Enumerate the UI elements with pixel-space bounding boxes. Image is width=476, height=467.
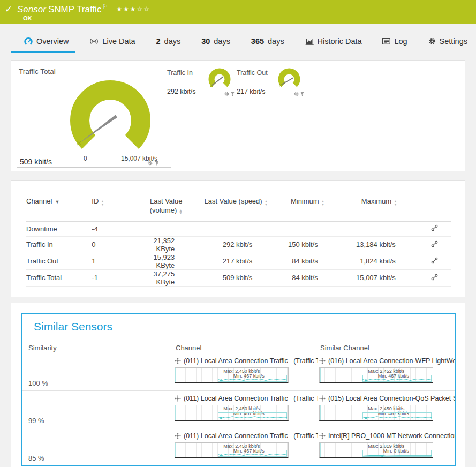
page-title: SNMP Traffic (48, 4, 102, 14)
gear-icon (428, 37, 436, 45)
gauge-settings-icon[interactable] (224, 92, 229, 96)
broadcast-icon (89, 38, 99, 44)
channel-link[interactable]: (011) Local Area Connection Traffic (Tra… (175, 432, 318, 440)
gauge-pin-icon[interactable] (231, 92, 235, 96)
sparkline (175, 405, 288, 420)
channel-mini-graph[interactable]: Max: 2,450 kbit/s Min: 467 kbit/s (175, 442, 289, 458)
similarity-value: 100 % (28, 379, 48, 387)
channel-link[interactable]: (011) Local Area Connection Traffic (Tra… (175, 357, 318, 365)
channel-move-icon (175, 433, 181, 439)
cell-id: 0 (92, 236, 135, 253)
table-row[interactable]: Traffic In 0 21,352 KByte 292 kbit/s 150… (26, 236, 451, 253)
similarity-value: 99 % (28, 417, 44, 425)
cell-max: 15,007 kbit/s (341, 269, 418, 286)
tab-log[interactable]: Log (382, 37, 407, 46)
cell-speed (197, 221, 275, 236)
divider (17, 167, 171, 168)
similar-channel-link[interactable]: (016) Local Area Connection-WFP LightWei… (319, 357, 455, 365)
main-gauge-label: Traffic Total (19, 67, 56, 76)
col-label: Minimum (291, 197, 319, 205)
tab-365-days[interactable]: 365 days (251, 37, 284, 46)
edit-channel-icon[interactable] (431, 224, 438, 231)
sort-desc-icon: ▼ (55, 199, 59, 205)
similar-channel-link[interactable]: Intel[R] PRO_1000 MT Network Connection … (319, 432, 455, 440)
sparkline (320, 405, 433, 420)
priority-stars[interactable]: ★★★☆☆ (116, 5, 150, 13)
channel-name: (011) Local Area Connection Traffic (Tra… (184, 395, 318, 402)
col-label: Last Value (150, 197, 182, 205)
similar-channel-mini-graph[interactable]: Max: 2,452 kbit/s Min: 467 kbit/s (319, 367, 433, 383)
channel-mini-graph[interactable]: Max: 2,450 kbit/s Min: 467 kbit/s (175, 367, 289, 383)
tab-label: Log (394, 37, 407, 46)
cell-id: -4 (92, 221, 135, 236)
sparkline (175, 443, 288, 457)
channel-move-icon (319, 395, 326, 402)
channel-move-icon (175, 395, 181, 402)
tab-label: days (164, 37, 181, 46)
similar-sensors-title: Similar Sensors (34, 320, 112, 333)
similar-sensors-box: Similar Sensors Similarity Channel Simil… (21, 313, 456, 466)
gauge-settings-icon[interactable] (294, 92, 299, 96)
tab-number: 365 (251, 37, 264, 46)
flag-icon[interactable]: ⚐ (102, 3, 108, 10)
tab-30-days[interactable]: 30 days (201, 37, 230, 46)
traffic-in-gauge[interactable] (206, 66, 233, 94)
tab-label: days (214, 37, 230, 46)
channel-name: (016) Local Area Connection-WFP LightWei… (328, 357, 455, 365)
col-header-speed[interactable]: Last Value (speed)▲▼ (197, 197, 275, 221)
col-header-similar-channel: Similar Channel (320, 344, 369, 352)
channel-name: (011) Local Area Connection Traffic (Tra… (184, 432, 318, 440)
tab-label: Overview (36, 37, 69, 46)
similar-sensor-row: 99 % (011) Local Area Connection Traffic… (22, 390, 455, 428)
cell-volume: 15,923 KByte (135, 253, 197, 269)
edit-channel-icon[interactable] (431, 240, 438, 247)
col-header-id[interactable]: ID▲▼ (92, 197, 135, 221)
chart-icon (305, 38, 314, 45)
similar-channel-mini-graph[interactable]: Max: 2,819 kbit/s Min: 0 kbit/s (319, 442, 433, 458)
status-check-icon: ✓ (5, 4, 12, 15)
traffic-out-label: Traffic Out (237, 69, 268, 77)
edit-channel-icon[interactable] (431, 274, 438, 281)
tab-label: days (268, 37, 284, 46)
tab-historic-data[interactable]: Historic Data (305, 37, 362, 46)
traffic-in-value: 292 kbit/s (167, 88, 196, 95)
prtg-sensor-page: ✓ SensorSNMP Traffic⚐★★★☆☆ OK Overview L… (0, 0, 476, 467)
table-row[interactable]: Downtime -4 (26, 221, 451, 236)
tab-settings[interactable]: Settings (428, 37, 467, 46)
cell-volume: 21,352 KByte (135, 236, 197, 253)
similar-channel-link[interactable]: (015) Local Area Connection-QoS Packet S… (319, 394, 455, 403)
tab-2-days[interactable]: 2 days (156, 37, 181, 46)
similar-channel-mini-graph[interactable]: Max: 2,450 kbit/s Min: 467 kbit/s (319, 405, 433, 421)
edit-channel-icon[interactable] (431, 257, 438, 264)
table-row[interactable]: Traffic Total -1 37,275 KByte 509 kbit/s… (26, 269, 451, 286)
col-label: Last Value (speed) (205, 197, 262, 205)
col-header-minimum[interactable]: Minimum▲▼ (275, 197, 340, 221)
traffic-total-gauge[interactable] (59, 67, 161, 157)
similar-sensors-panel: Similar Sensors Similarity Channel Simil… (11, 303, 465, 467)
sort-icon: ▲▼ (321, 200, 324, 206)
channel-mini-graph[interactable]: Max: 2,450 kbit/s Min: 467 kbit/s (175, 405, 289, 421)
cell-channel: Traffic In (26, 236, 92, 253)
gauge-icon (24, 37, 33, 45)
tab-overview[interactable]: Overview (24, 37, 69, 46)
traffic-in-block: Traffic In 292 kbit/s (167, 69, 236, 97)
similarity-value: 85 % (28, 454, 44, 462)
traffic-out-gauge[interactable] (275, 66, 303, 94)
cell-max (341, 221, 418, 236)
tab-label: Historic Data (318, 37, 362, 46)
channel-link[interactable]: (011) Local Area Connection Traffic (Tra… (175, 394, 318, 403)
tab-number: 2 (156, 37, 161, 46)
cell-volume: 37,275 KByte (135, 269, 197, 286)
col-header-channel[interactable]: Channel▼ (26, 197, 92, 221)
tab-live-data[interactable]: Live Data (89, 37, 135, 46)
col-header-volume[interactable]: Last Value(volume)▲▼ (135, 197, 197, 221)
traffic-out-value: 217 kbit/s (237, 88, 266, 95)
channel-name: (011) Local Area Connection Traffic (Tra… (184, 357, 318, 365)
gauge-pin-icon[interactable] (300, 92, 304, 96)
table-row[interactable]: Traffic Out 1 15,923 KByte 217 kbit/s 84… (26, 253, 451, 269)
col-header-maximum[interactable]: Maximum▲▼ (341, 197, 418, 221)
gauge-settings-icon[interactable] (147, 161, 153, 166)
tab-label: Live Data (102, 37, 135, 46)
gauge-pin-icon[interactable] (155, 161, 159, 166)
tab-bar: Overview Live Data 2 days 30 days 365 da… (0, 24, 476, 55)
